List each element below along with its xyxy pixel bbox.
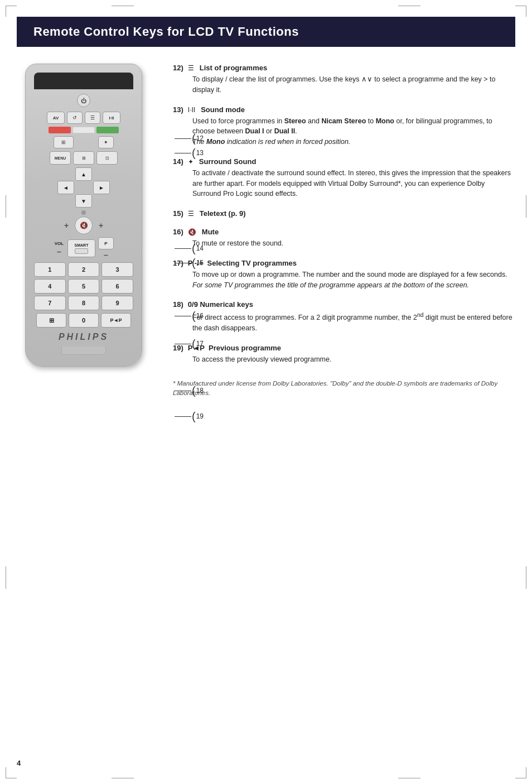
section-12-header: 12) ☰ List of programmes	[173, 64, 515, 72]
section-16: 16) 🔇 Mute To mute or restore the sound.	[173, 228, 515, 249]
list-button[interactable]: ☰	[85, 112, 100, 124]
section-12-num: 12)	[173, 64, 183, 72]
bottom-dash-right	[398, 778, 420, 778]
dot-row	[34, 210, 133, 215]
color-bar	[34, 127, 133, 133]
bracket-label-13: 13	[196, 149, 204, 157]
section-14-num: 14)	[173, 157, 183, 166]
rotate-button[interactable]: ↺	[67, 112, 83, 124]
bottom-dash-left	[112, 778, 134, 778]
num-6-button[interactable]: 6	[101, 279, 133, 294]
top-button-row: AV ↺ ☰ I·II	[34, 112, 133, 124]
vol-label: VOL	[55, 241, 64, 246]
footnote: * Manufactured under license from Dolby …	[173, 379, 515, 398]
top-dash-left	[112, 6, 134, 6]
section-17: 17) P -/+ Selecting TV programmes To mov…	[173, 259, 515, 291]
num-7-button[interactable]: 7	[34, 296, 66, 310]
teletext-icon: ☰	[188, 210, 194, 218]
smart-button[interactable]: SMART	[67, 239, 95, 257]
section-18-body: For direct access to programmes. For a 2…	[173, 311, 515, 334]
p-button[interactable]: P	[98, 237, 114, 249]
section-13-num: 13)	[173, 105, 183, 114]
teletext-button[interactable]: ⊞	[54, 136, 74, 148]
num-9-button[interactable]: 9	[101, 296, 133, 310]
surround-button[interactable]: ✦	[98, 136, 114, 148]
section-15-title: Teletext (p. 9)	[200, 209, 246, 218]
dpad-mid-row: ◄ ►	[57, 181, 110, 194]
red-button[interactable]	[49, 127, 71, 133]
left-button[interactable]: ◄	[57, 181, 74, 194]
num-5-button[interactable]: 5	[68, 279, 100, 294]
right-dash-top	[526, 195, 526, 218]
dpad-down-row: ▼	[57, 194, 110, 208]
section-18-num: 18)	[173, 300, 183, 309]
philips-logo: PHILIPS	[34, 332, 133, 342]
page-number: 4	[17, 759, 21, 767]
right-dash-bottom	[526, 566, 526, 589]
prev-prog-button[interactable]: P◄P	[101, 313, 131, 328]
section-16-header: 16) 🔇 Mute	[173, 228, 515, 236]
dpad-space-right	[93, 167, 110, 181]
num-1-button[interactable]: 1	[34, 262, 66, 277]
top-dash-right	[398, 6, 420, 6]
section-13-title: Sound mode	[201, 105, 245, 114]
dpad-container: ▲ ◄ ► ▼	[34, 167, 133, 208]
section-17-header: 17) P -/+ Selecting TV programmes	[173, 259, 515, 267]
remote-control: ⏻ AV ↺ ☰ I·II ⊞	[25, 64, 142, 367]
main-content: ⏻ AV ↺ ☰ I·II ⊞	[0, 47, 532, 415]
vol-smart-row: VOL – SMART P –	[34, 237, 133, 259]
white-button[interactable]	[72, 127, 95, 133]
list-icon: ☰	[188, 64, 194, 72]
corner-mark-bl	[6, 767, 17, 778]
section-17-body: To move up or down a programme. The numb…	[173, 270, 515, 291]
section-16-num: 16)	[173, 228, 183, 236]
bracket-label-15: 15	[196, 259, 204, 267]
smart-screen	[75, 248, 88, 254]
bracket-label-14: 14	[196, 244, 204, 252]
num-4-button[interactable]: 4	[34, 279, 66, 294]
section-12: 12) ☰ List of programmes To display / cl…	[173, 64, 515, 95]
center-dot	[81, 210, 86, 215]
dpad-space-right2	[93, 194, 110, 208]
dual-button[interactable]: I·II	[103, 112, 120, 124]
section-15: 15) ☰ Teletext (p. 9)	[173, 209, 515, 218]
section-19-header: 19) P◄P Previous programme	[173, 344, 515, 352]
teletext2-button[interactable]: ⊞	[36, 313, 66, 328]
surround-row: ⊞ ✦	[34, 136, 133, 148]
av-button[interactable]: AV	[47, 112, 65, 124]
right-button[interactable]: ►	[93, 181, 110, 194]
bracket-label-18: 18	[196, 387, 204, 395]
pip-button[interactable]: ⊞	[73, 151, 94, 165]
up-button[interactable]: ▲	[75, 167, 92, 181]
bracket-label-16: 16	[196, 312, 204, 320]
section-19: 19) P◄P Previous programme To access the…	[173, 344, 515, 365]
bracket-label-12: 12	[196, 134, 204, 142]
p-plus-label: +	[95, 221, 107, 230]
power-button[interactable]: ⏻	[77, 94, 90, 107]
num-2-button[interactable]: 2	[68, 262, 100, 277]
num-8-button[interactable]: 8	[68, 296, 100, 310]
green-button[interactable]	[96, 127, 119, 133]
num-3-button[interactable]: 3	[101, 262, 133, 277]
bracket-label-19: 19	[196, 412, 204, 420]
corner-mark-tr	[515, 6, 526, 17]
vol-minus-label: –	[54, 247, 65, 256]
dpad-space-left2	[57, 194, 74, 208]
remote-top-bar	[34, 73, 133, 89]
section-18-title: 0/9 Numerical keys	[188, 300, 253, 309]
mute-button[interactable]: 🔇	[75, 217, 93, 234]
remote-wrapper: ⏻ AV ↺ ☰ I·II ⊞	[25, 64, 142, 367]
section-18: 18) 0/9 Numerical keys For direct access…	[173, 300, 515, 334]
section-12-title: List of programmes	[200, 64, 267, 72]
menu-button[interactable]: MENU	[50, 151, 71, 165]
dual-icon: I·II	[188, 106, 195, 114]
screen-button[interactable]: ⊡	[96, 151, 118, 165]
num-0-button[interactable]: 0	[69, 313, 99, 328]
down-button[interactable]: ▼	[75, 194, 92, 208]
section-18-header: 18) 0/9 Numerical keys	[173, 300, 515, 309]
p-minus-label: –	[100, 251, 112, 259]
dpad-center-space	[75, 181, 92, 194]
section-15-num: 15)	[173, 209, 183, 218]
section-13-header: 13) I·II Sound mode	[173, 105, 515, 114]
section-14-header: 14) ✦ Surround Sound	[173, 157, 515, 166]
